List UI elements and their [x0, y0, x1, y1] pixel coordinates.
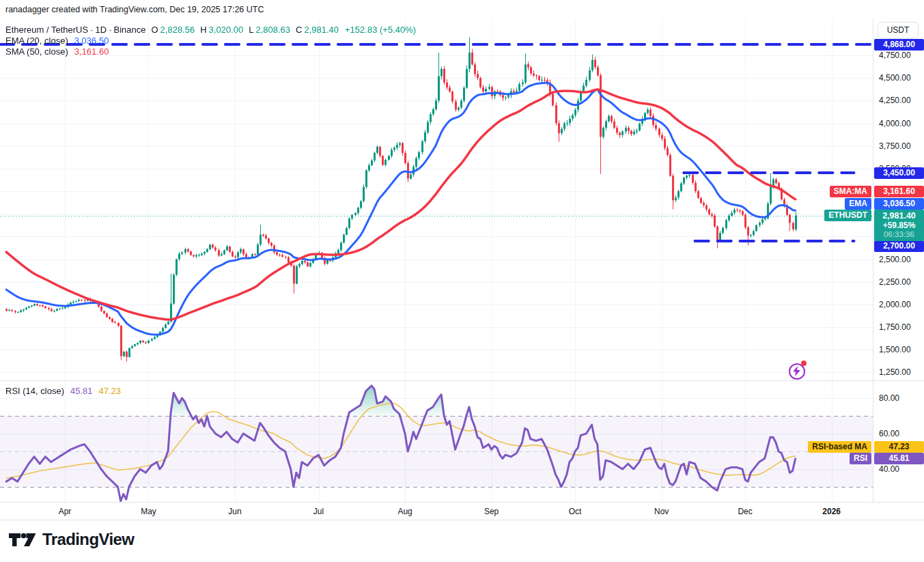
sma-indicator-title[interactable]: SMA (50, close): [5, 46, 68, 57]
price-axis-label: 1,500.00: [879, 345, 911, 354]
rsi-ma-indicator-value: 47.23: [99, 386, 122, 396]
time-axis-label: Nov: [654, 507, 669, 516]
tradingview-mark-icon: [9, 531, 36, 548]
last-price-change-pct: +59.85%: [874, 221, 924, 230]
rsi-legend: RSI (14, close)45.8147.23: [5, 386, 123, 397]
time-axis-label: Aug: [397, 507, 412, 516]
price-axis[interactable]: USDT 4,750.004,500.004,250.004,000.003,7…: [873, 19, 924, 502]
pane-separator[interactable]: [0, 380, 924, 381]
sma-indicator-row: SMA (50, close)3,161.60: [5, 46, 418, 57]
price-axis-label: 2,000.00: [879, 300, 911, 309]
watermark-text: ranadagger created with TradingView.com,…: [5, 5, 264, 14]
time-axis-label: Sep: [484, 507, 499, 516]
sma-line-pill[interactable]: SMA:MA: [830, 186, 871, 197]
rsi-indicator-value: 45.81: [70, 386, 93, 396]
ema-value-badge: 3,036.50: [874, 198, 924, 210]
separator-dot: ·: [90, 25, 93, 35]
currency-toggle-button[interactable]: USDT: [878, 22, 919, 38]
time-axis-label: Dec: [738, 507, 752, 516]
last-price-value: 2,981.40: [874, 211, 924, 221]
tradingview-logo-text: TradingView: [42, 530, 134, 549]
interval-label[interactable]: 1D: [96, 25, 107, 35]
price-axis-label: 60.00: [879, 429, 899, 438]
symbol-row: Ethereum / TetherUS·1D·BinanceO2,828.56H…: [5, 25, 418, 36]
time-axis-label: 2026: [822, 507, 841, 516]
price-axis-label: 4,000.00: [879, 119, 911, 128]
time-axis-label: Apr: [59, 507, 72, 516]
ema-indicator-title[interactable]: EMA (20, close): [5, 36, 68, 46]
time-axis-label: May: [141, 507, 156, 516]
price-level-badge-4868: 4,868.00: [874, 39, 924, 51]
high-label: H: [200, 25, 206, 35]
price-level-badge-3450: 3,450.00: [874, 167, 924, 179]
open-label: O: [151, 25, 158, 35]
exchange-label[interactable]: Binance: [113, 25, 145, 35]
bar-countdown-timer: 06:33:36: [874, 230, 924, 239]
footer-bar: TradingView: [0, 520, 924, 562]
low-label: L: [249, 25, 253, 35]
flash-events-button[interactable]: [788, 363, 806, 380]
ema-indicator-value: 3,036.50: [74, 36, 109, 46]
price-axis-label: 3,750.00: [879, 141, 911, 151]
change-value: +152.83 (+5.40%): [345, 25, 416, 35]
price-level-badge-2700: 2,700.00: [874, 240, 924, 252]
rsi-indicator-row: RSI (14, close)45.8147.23: [5, 386, 123, 397]
tradingview-logo[interactable]: TradingView: [9, 530, 134, 549]
close-label: C: [296, 25, 302, 35]
sma-value-badge: 3,161.60: [874, 186, 924, 197]
price-axis-label: 1,750.00: [879, 322, 911, 332]
rsi-ma-pill[interactable]: RSI-based MA: [808, 441, 871, 453]
price-axis-label: 2,250.00: [879, 277, 911, 287]
symbol-price-pill[interactable]: ETHUSDT: [824, 210, 871, 221]
high-value: 3,020.00: [209, 25, 244, 35]
tradingview-chart-window: ranadagger created with TradingView.com,…: [0, 0, 924, 562]
price-axis-label: 4,500.00: [879, 73, 911, 83]
separator-dot: ·: [109, 25, 111, 35]
symbol-legend: Ethereum / TetherUS·1D·BinanceO2,828.56H…: [5, 25, 418, 57]
price-axis-label: 1,250.00: [879, 367, 911, 377]
price-axis-label: 2,500.00: [879, 255, 911, 264]
sma-indicator-value: 3,161.60: [74, 46, 109, 57]
rsi-value-badge: 45.81: [874, 453, 924, 464]
rsi-pill[interactable]: RSI: [850, 453, 871, 464]
low-value: 2,808.63: [255, 25, 290, 35]
time-axis-label: Jun: [228, 507, 241, 516]
rsi-ma-value-badge: 47.23: [874, 441, 924, 453]
open-value: 2,828.56: [160, 25, 195, 35]
notification-dot-icon: [801, 361, 807, 366]
close-value: 2,981.40: [304, 25, 339, 35]
symbol-title[interactable]: Ethereum / TetherUS: [5, 25, 88, 35]
last-price-badge: 2,981.40 +59.85% 06:33:36: [874, 210, 924, 241]
time-axis-label: Oct: [569, 507, 582, 516]
ema-indicator-row: EMA (20, close)3,036.50: [5, 36, 418, 46]
lightning-bolt-icon: [793, 366, 800, 376]
time-axis-label: Jul: [313, 507, 324, 516]
price-axis-label: 40.00: [879, 464, 899, 474]
time-axis[interactable]: AprMayJunJulAugSepOctNovDec2026: [0, 502, 924, 520]
chart-area: Ethereum / TetherUS·1D·BinanceO2,828.56H…: [0, 19, 873, 502]
price-axis-label: 4,750.00: [879, 51, 911, 60]
price-chart-canvas[interactable]: [0, 19, 873, 502]
ema-line-pill[interactable]: EMA: [845, 198, 871, 210]
rsi-indicator-title[interactable]: RSI (14, close): [5, 386, 64, 396]
price-axis-label: 4,250.00: [879, 96, 911, 105]
price-axis-label: 80.00: [879, 393, 899, 403]
